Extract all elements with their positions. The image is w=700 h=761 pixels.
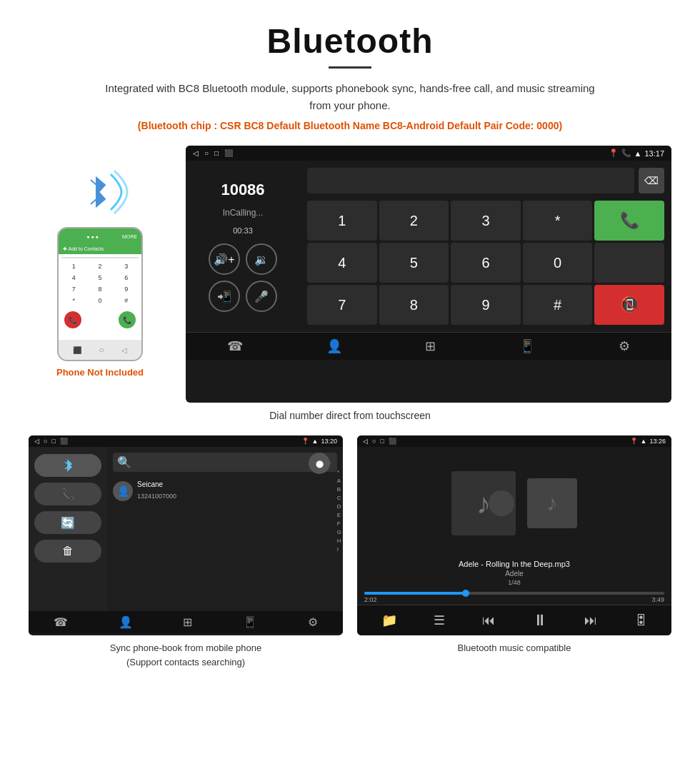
music-screenshot-icon: ⬛ — [389, 438, 396, 445]
bottom-screenshots: ◁ ○ □ ⬛ 📍 ▲ 13:20 — [29, 435, 671, 669]
pb-delete-btn[interactable]: 🗑 — [34, 540, 101, 563]
music-next-icon[interactable]: ⏭ — [584, 613, 597, 628]
phone-status-bar: ● ● ● MORE — [59, 228, 141, 244]
back-icon: ◁ — [193, 149, 199, 157]
music-home-icon: ○ — [372, 438, 376, 445]
key-5[interactable]: 5 — [379, 243, 449, 283]
key-6[interactable]: 6 — [451, 243, 521, 283]
pb-avatar: 👤 — [113, 481, 133, 501]
music-list-icon[interactable]: ☰ — [434, 613, 445, 628]
pb-search-row: 🔍 ← — [113, 453, 337, 472]
pb-contact-info: Seicane 13241007000 — [137, 480, 176, 501]
statusbar-nav-icons: ◁ ○ □ ⬛ — [193, 149, 233, 157]
dial-input-field — [307, 168, 634, 193]
key-9[interactable]: 9 — [451, 285, 521, 325]
music-album-secondary: ♪ — [527, 478, 577, 528]
pb-alphabet-index: *ABCD EFGHI — [337, 468, 341, 554]
music-note-icon-2: ♪ — [547, 491, 558, 515]
end-call-button[interactable]: 📵 — [594, 285, 664, 325]
page-header: Bluetooth Integrated with BC8 Bluetooth … — [29, 21, 671, 131]
music-prev-icon[interactable]: ⏮ — [482, 613, 495, 628]
key-3[interactable]: 3 — [451, 201, 521, 241]
music-progress-bar — [364, 592, 664, 595]
nav-keypad-icon[interactable]: ⊞ — [425, 338, 436, 354]
pb-sync-btn[interactable]: 🔄 — [34, 511, 101, 534]
phone-dialer: 123 456 789 *0# — [61, 261, 139, 306]
signal-icon: ▲ — [634, 149, 642, 158]
pb-sidebar: 📞 🔄 🗑 — [29, 447, 107, 611]
svg-line-2 — [91, 199, 96, 204]
pb-call-btn[interactable]: 📞 — [34, 483, 101, 505]
call-icon-status: 📞 — [621, 148, 631, 158]
volume-up-button[interactable]: 🔊+ — [209, 243, 240, 275]
numpad-grid: 1 2 3 * 📞 4 5 6 0 7 8 9 — [307, 201, 664, 325]
backspace-button[interactable]: ⌫ — [639, 168, 664, 193]
music-play-pause-icon[interactable]: ⏸ — [532, 611, 548, 630]
music-eq-icon[interactable]: 🎛 — [634, 613, 647, 628]
bluetooth-icon — [71, 167, 129, 220]
header-divider — [329, 66, 371, 69]
recent-icon: □ — [214, 149, 219, 157]
nav-settings-icon[interactable]: ⚙ — [619, 338, 630, 354]
key-hash[interactable]: # — [523, 285, 593, 325]
pb-nav-keypad[interactable]: ⊞ — [183, 615, 192, 629]
pb-signal-icon: ▲ — [312, 438, 319, 445]
nav-transfer-icon[interactable]: 📱 — [519, 338, 535, 354]
mid-section: ● ● ● MORE ✚ Add to Contacts 123 456 789… — [29, 146, 671, 403]
pb-contact-number: 13241007000 — [137, 493, 176, 500]
pb-recent-icon: □ — [51, 438, 55, 445]
key-8[interactable]: 8 — [379, 285, 449, 325]
music-track-count: 1/48 — [364, 579, 664, 586]
music-progress-fill — [364, 592, 469, 595]
phone-bottom: ⬛ ○ ◁ — [59, 340, 141, 360]
key-2[interactable]: 2 — [379, 201, 449, 241]
pb-content: 📞 🔄 🗑 🔍 ← ⬤ — [29, 447, 343, 611]
phone-side: ● ● ● MORE ✚ Add to Contacts 123 456 789… — [29, 146, 171, 378]
key-7[interactable]: 7 — [307, 285, 377, 325]
music-controls: 📁 ☰ ⏮ ⏸ ⏭ 🎛 — [357, 605, 671, 635]
pb-time: 13:20 — [321, 438, 337, 445]
phone-mockup: ● ● ● MORE ✚ Add to Contacts 123 456 789… — [57, 227, 143, 361]
nav-contacts-icon[interactable]: 👤 — [326, 338, 342, 354]
pb-bottom-nav: ☎ 👤 ⊞ 📱 ⚙ — [29, 611, 343, 633]
phonebook-block: ◁ ○ □ ⬛ 📍 ▲ 13:20 — [29, 435, 343, 669]
pb-nav-transfer[interactable]: 📱 — [243, 615, 257, 629]
pb-main: 🔍 ← ⬤ 👤 Seicane 13241007000 — [107, 447, 343, 611]
svg-marker-0 — [96, 178, 105, 206]
nav-calls-icon[interactable]: ☎ — [227, 338, 243, 354]
pb-location-icon: 📍 — [301, 438, 309, 445]
screenshot-icon: ⬛ — [224, 149, 233, 157]
transfer-button[interactable]: 📲 — [209, 281, 240, 312]
bluetooth-btn[interactable] — [34, 454, 101, 477]
music-location-icon: 📍 — [630, 438, 638, 445]
pb-home-icon: ○ — [44, 438, 47, 445]
pb-nav-settings[interactable]: ⚙ — [308, 615, 318, 629]
phonebook-screen: ◁ ○ □ ⬛ 📍 ▲ 13:20 — [29, 435, 343, 635]
music-recent-icon: □ — [380, 438, 384, 445]
volume-down-button[interactable]: 🔉 — [246, 243, 277, 275]
pb-contact-item[interactable]: 👤 Seicane 13241007000 — [113, 478, 337, 504]
pb-search-input[interactable] — [134, 458, 326, 466]
mute-button[interactable]: 🎤 — [246, 281, 277, 312]
key-empty — [594, 243, 664, 283]
answer-button[interactable]: 📞 — [594, 201, 664, 241]
pb-statusbar: ◁ ○ □ ⬛ 📍 ▲ 13:20 — [29, 435, 343, 447]
music-song-title: Adele - Rolling In the Deep.mp3 — [364, 560, 664, 568]
music-folder-icon[interactable]: 📁 — [381, 613, 397, 628]
key-1[interactable]: 1 — [307, 201, 377, 241]
call-timer: 00:33 — [233, 226, 253, 235]
key-star[interactable]: * — [523, 201, 593, 241]
pb-sort-button[interactable]: ⬤ — [309, 453, 330, 474]
pb-nav-contacts[interactable]: 👤 — [119, 615, 133, 629]
numpad-panel: ⌫ 1 2 3 * 📞 4 5 6 0 — [300, 161, 671, 332]
key-0[interactable]: 0 — [523, 243, 593, 283]
dial-input-row: ⌫ — [307, 168, 664, 193]
music-artist-name: Adele — [364, 570, 664, 578]
music-total-time: 3:49 — [651, 596, 664, 603]
music-statusbar: ◁ ○ □ ⬛ 📍 ▲ 13:26 — [357, 435, 671, 447]
pb-nav-calls[interactable]: ☎ — [54, 615, 68, 629]
key-4[interactable]: 4 — [307, 243, 377, 283]
phonebook-caption: Sync phone-book from mobile phone(Suppor… — [29, 641, 343, 669]
header-note: (Bluetooth chip : CSR BC8 Default Blueto… — [29, 120, 671, 131]
music-progress-dot — [462, 590, 469, 597]
